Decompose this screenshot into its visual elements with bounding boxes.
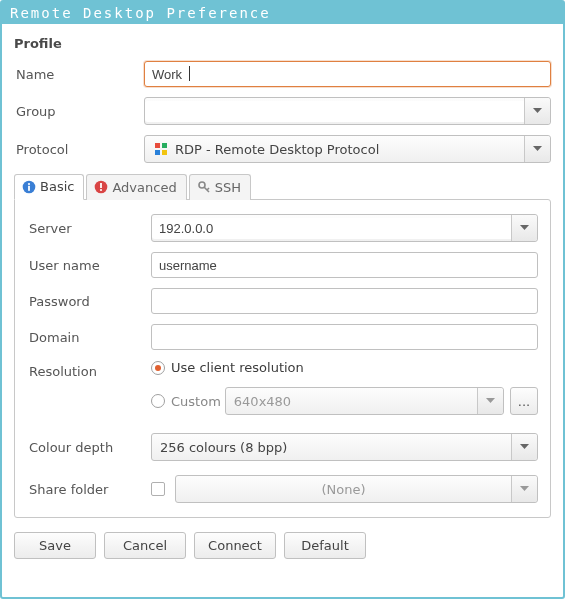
info-icon (22, 180, 36, 194)
connect-button[interactable]: Connect (194, 532, 276, 559)
share-folder-dropdown-button[interactable] (511, 476, 537, 502)
tab-strip: Basic Advanced SSH (14, 173, 551, 199)
resolution-custom-value: 640x480 (234, 394, 291, 409)
password-label: Password (27, 294, 151, 309)
chevron-down-icon (533, 108, 542, 114)
chevron-down-icon (520, 225, 529, 231)
resolution-custom-label: Custom (171, 394, 221, 409)
row-username: User name (27, 252, 538, 278)
save-button[interactable]: Save (14, 532, 96, 559)
username-label: User name (27, 258, 151, 273)
server-combo[interactable] (151, 214, 538, 242)
protocol-label: Protocol (14, 142, 144, 157)
group-dropdown-button[interactable] (524, 98, 550, 124)
tab-ssh[interactable]: SSH (189, 174, 251, 200)
domain-input[interactable] (151, 324, 538, 350)
row-group: Group (14, 97, 551, 125)
radio-client-resolution[interactable] (151, 361, 165, 375)
key-icon (197, 180, 211, 194)
row-colour-depth: Colour depth 256 colours (8 bpp) (27, 433, 538, 461)
radio-custom-resolution[interactable] (151, 394, 165, 408)
button-bar: Save Cancel Connect Default (14, 532, 551, 559)
row-resolution: Resolution Use client resolution (27, 360, 538, 383)
svg-rect-1 (162, 143, 167, 148)
resolution-client-option[interactable]: Use client resolution (151, 360, 538, 375)
tabs: Basic Advanced SSH Server (14, 173, 551, 518)
resolution-custom-dropdown-button[interactable] (477, 388, 503, 414)
window-titlebar: Remote Desktop Preference (2, 2, 563, 24)
resolution-custom-block: Custom 640x480 ... (27, 387, 538, 415)
username-input[interactable] (151, 252, 538, 278)
colour-depth-combo[interactable]: 256 colours (8 bpp) (151, 433, 538, 461)
resolution-label: Resolution (27, 364, 151, 379)
svg-point-6 (28, 182, 30, 184)
server-dropdown-button[interactable] (511, 215, 537, 241)
svg-point-9 (100, 189, 102, 191)
colour-depth-dropdown-button[interactable] (511, 434, 537, 460)
share-folder-checkbox[interactable] (151, 482, 165, 496)
name-input[interactable] (144, 61, 551, 87)
tab-advanced-label: Advanced (112, 180, 176, 195)
name-label: Name (14, 67, 144, 82)
row-server: Server (27, 214, 538, 242)
window-title: Remote Desktop Preference (10, 5, 271, 21)
tab-ssh-label: SSH (215, 180, 241, 195)
svg-rect-3 (162, 150, 167, 155)
resolution-custom-combo[interactable]: 640x480 (225, 387, 504, 415)
share-folder-combo[interactable]: (None) (175, 475, 538, 503)
password-input[interactable] (151, 288, 538, 314)
profile-heading: Profile (14, 36, 551, 51)
ellipsis-label: ... (518, 394, 530, 409)
row-name: Name (14, 61, 551, 87)
cancel-button[interactable]: Cancel (104, 532, 186, 559)
row-domain: Domain (27, 324, 538, 350)
resolution-more-button[interactable]: ... (510, 387, 538, 415)
svg-rect-5 (28, 185, 30, 190)
tab-basic[interactable]: Basic (14, 174, 84, 200)
resolution-custom-option: Custom 640x480 ... (151, 387, 538, 415)
colour-depth-label: Colour depth (27, 440, 151, 455)
svg-rect-2 (155, 150, 160, 155)
chevron-down-icon (520, 486, 529, 492)
group-combo[interactable] (144, 97, 551, 125)
server-input[interactable] (152, 218, 511, 239)
svg-rect-8 (101, 183, 103, 188)
resolution-client-label: Use client resolution (171, 360, 304, 375)
protocol-combo[interactable]: RDP - Remote Desktop Protocol (144, 135, 551, 163)
chevron-down-icon (533, 146, 542, 152)
protocol-value: RDP - Remote Desktop Protocol (175, 142, 379, 157)
tab-body-basic: Server User name (14, 199, 551, 518)
default-button[interactable]: Default (284, 532, 366, 559)
alert-icon (94, 180, 108, 194)
colour-depth-value: 256 colours (8 bpp) (160, 440, 287, 455)
row-protocol: Protocol RDP - Remote Desktop Protoco (14, 135, 551, 163)
rdp-icon (153, 141, 169, 157)
tab-advanced[interactable]: Advanced (86, 174, 186, 200)
server-label: Server (27, 221, 151, 236)
chevron-down-icon (486, 398, 495, 404)
share-folder-value: (None) (321, 482, 365, 497)
group-label: Group (14, 104, 144, 119)
chevron-down-icon (520, 444, 529, 450)
row-password: Password (27, 288, 538, 314)
row-share-folder: Share folder (None) (27, 475, 538, 503)
domain-label: Domain (27, 330, 151, 345)
svg-rect-0 (155, 143, 160, 148)
protocol-dropdown-button[interactable] (524, 136, 550, 162)
tab-basic-label: Basic (40, 179, 74, 194)
share-folder-label: Share folder (27, 482, 151, 497)
content-area: Profile Name Group (2, 24, 563, 569)
group-input[interactable] (145, 101, 524, 122)
preference-window: Remote Desktop Preference Profile Name G… (0, 0, 565, 599)
